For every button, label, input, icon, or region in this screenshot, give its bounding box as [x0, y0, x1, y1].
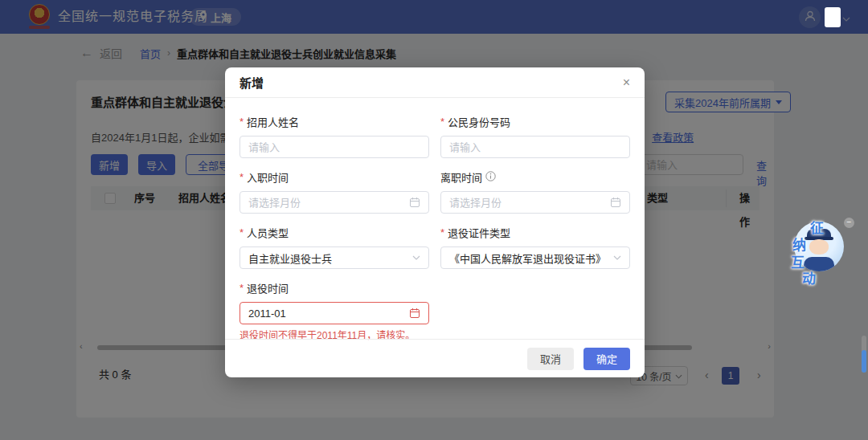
field-label-text: 人员类型: [247, 225, 289, 240]
cancel-button[interactable]: 取消: [527, 348, 574, 370]
field-hire-date: * 入职时间: [240, 169, 429, 214]
calendar-icon: [409, 197, 420, 208]
confirm-button[interactable]: 确定: [583, 348, 630, 370]
veteran-cert-type-value: 《中国人民解放军退出现役证书》: [449, 251, 606, 266]
modal-body: * 招用人姓名 * 公民身份号码 * 入职时间: [225, 98, 645, 341]
recruit-name-input-wrapper: [240, 136, 429, 158]
close-icon[interactable]: ×: [623, 76, 630, 89]
field-label-text: 离职时间: [440, 169, 482, 185]
field-label: * 人员类型: [240, 225, 429, 240]
recruit-name-input[interactable]: [248, 141, 420, 153]
minimize-widget-icon[interactable]: −: [844, 218, 854, 228]
info-icon[interactable]: [485, 171, 496, 184]
hire-date-input[interactable]: [248, 197, 409, 209]
person-type-select[interactable]: 自主就业退役士兵: [240, 246, 429, 269]
field-label-text: 入职时间: [247, 169, 289, 185]
modal-header: 新增 ×: [225, 67, 645, 98]
required-marker: *: [240, 171, 244, 183]
field-recruit-name: * 招用人姓名: [240, 114, 429, 158]
leave-date-input[interactable]: [449, 197, 610, 209]
field-veteran-cert-type: * 退役证件类型 《中国人民解放军退出现役证书》: [440, 225, 630, 269]
modal-footer: 取消 确定: [225, 339, 645, 377]
field-label: * 入职时间: [240, 169, 429, 185]
veteran-cert-type-select[interactable]: 《中国人民解放军退出现役证书》: [440, 246, 630, 269]
field-label-text: 退役时间: [247, 280, 289, 295]
citizen-id-input[interactable]: [449, 141, 621, 153]
chevron-down-icon: [613, 255, 621, 260]
calendar-icon: [610, 197, 621, 208]
field-label-text: 公民身份号码: [448, 114, 510, 129]
assistant-char: 征: [810, 217, 824, 237]
add-record-modal: 新增 × * 招用人姓名 * 公民身份号码 * 入职时间: [225, 67, 645, 377]
field-label: * 退役时间: [240, 280, 429, 295]
field-label: * 退役证件类型: [440, 225, 630, 240]
vertical-scrollbar-thumb[interactable]: [862, 350, 866, 373]
field-label-text: 退役证件类型: [448, 225, 510, 240]
required-marker: *: [240, 116, 244, 128]
field-label: 离职时间: [440, 169, 630, 185]
field-person-type: * 人员类型 自主就业退役士兵: [240, 225, 429, 269]
field-label: * 招用人姓名: [240, 114, 429, 129]
field-leave-date: 离职时间: [440, 169, 630, 214]
required-marker: *: [440, 116, 444, 128]
hire-date-picker[interactable]: [240, 191, 429, 214]
retire-date-picker[interactable]: [240, 302, 429, 324]
field-retire-date: * 退役时间 退役时间不得早于2011年11月，请核实。: [240, 280, 429, 341]
required-marker: *: [240, 282, 244, 294]
vertical-scrollbar[interactable]: [862, 336, 866, 373]
assistant-char: 动: [802, 267, 816, 287]
person-type-value: 自主就业退役士兵: [248, 251, 332, 266]
leave-date-picker[interactable]: [440, 191, 630, 214]
redacted-account-name: [825, 7, 841, 27]
retire-date-input[interactable]: [248, 308, 409, 320]
citizen-id-input-wrapper: [440, 136, 630, 158]
field-label: * 公民身份号码: [440, 114, 630, 129]
required-marker: *: [240, 226, 244, 238]
required-marker: *: [440, 226, 444, 238]
chevron-down-icon: [412, 255, 420, 260]
field-label-text: 招用人姓名: [247, 114, 299, 129]
modal-title: 新增: [240, 74, 264, 91]
field-citizen-id: * 公民身份号码: [440, 114, 630, 158]
calendar-icon: [409, 308, 420, 319]
